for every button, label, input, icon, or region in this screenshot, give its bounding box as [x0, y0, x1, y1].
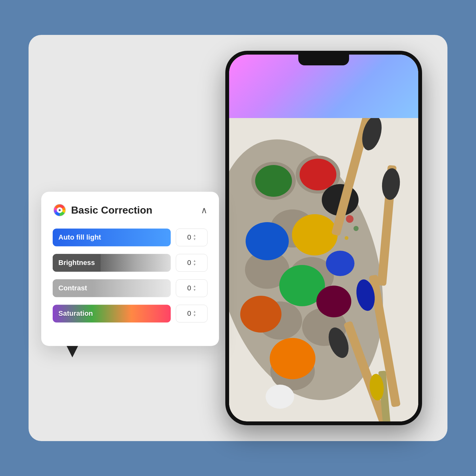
contrast-stepper[interactable]: ▲ ▼ — [193, 285, 196, 292]
svg-point-36 — [59, 209, 61, 211]
svg-point-18 — [316, 286, 351, 317]
svg-point-17 — [270, 338, 315, 379]
contrast-gradient — [93, 279, 171, 297]
svg-point-31 — [346, 215, 354, 223]
phone-image-area — [229, 118, 418, 421]
auto-fill-light-row: Auto fill light 0 ▲ ▼ — [53, 228, 208, 246]
increment-arrow[interactable]: ▲ — [193, 234, 196, 237]
svg-point-20 — [266, 385, 294, 409]
svg-point-16 — [240, 296, 281, 333]
contrast-slider[interactable]: Contrast — [53, 279, 171, 297]
brightness-stepper[interactable]: ▲ ▼ — [193, 259, 196, 266]
auto-fill-light-value: 0 — [187, 233, 191, 241]
saturation-label: Saturation — [58, 309, 93, 318]
auto-fill-light-label: Auto fill light — [58, 233, 101, 241]
auto-fill-light-slider[interactable]: Auto fill light — [53, 228, 171, 246]
panel-title: Basic Correction — [71, 204, 152, 216]
svg-point-19 — [326, 251, 354, 276]
auto-fill-light-stepper[interactable]: ▲ ▼ — [193, 234, 196, 241]
panel-cursor — [67, 346, 78, 357]
panel-header: Basic Correction ∧ — [53, 203, 208, 217]
brightness-row: Brightness 0 ▲ ▼ — [53, 254, 208, 272]
brightness-label-section: Brightness — [53, 254, 101, 272]
auto-fill-light-input[interactable]: 0 ▲ ▼ — [176, 228, 208, 246]
brightness-label: Brightness — [58, 259, 95, 267]
brightness-value: 0 — [187, 259, 191, 267]
brightness-slider[interactable]: Brightness — [53, 254, 171, 272]
contrast-input[interactable]: 0 ▲ ▼ — [176, 279, 208, 297]
increment-arrow[interactable]: ▲ — [193, 310, 196, 313]
phone-notch — [298, 55, 349, 65]
svg-point-33 — [345, 236, 348, 240]
decrement-arrow[interactable]: ▼ — [193, 314, 196, 317]
contrast-label: Contrast — [58, 284, 87, 292]
contrast-value: 0 — [187, 284, 191, 292]
saturation-row: Saturation 0 ▲ ▼ — [53, 305, 208, 322]
contrast-row: Contrast 0 ▲ ▼ — [53, 279, 208, 297]
decrement-arrow[interactable]: ▼ — [193, 263, 196, 266]
increment-arrow[interactable]: ▲ — [193, 259, 196, 262]
phone-screen — [229, 55, 418, 421]
decrement-arrow[interactable]: ▼ — [193, 238, 196, 241]
decrement-arrow[interactable]: ▼ — [193, 288, 196, 292]
svg-point-32 — [354, 226, 359, 231]
saturation-stepper[interactable]: ▲ ▼ — [193, 310, 196, 317]
saturation-slider[interactable]: Saturation — [53, 305, 171, 322]
phone-mockup — [225, 51, 422, 425]
panel-title-group: Basic Correction — [53, 203, 152, 217]
contrast-label-section: Contrast — [53, 279, 93, 297]
main-card: Basic Correction ∧ Auto fill light 0 ▲ ▼… — [29, 35, 447, 441]
increment-arrow[interactable]: ▲ — [193, 285, 196, 288]
saturation-input[interactable]: 0 ▲ ▼ — [176, 305, 208, 322]
brightness-gradient — [101, 254, 171, 272]
svg-point-10 — [255, 165, 292, 197]
svg-point-11 — [300, 159, 336, 190]
brightness-input[interactable]: 0 ▲ ▼ — [176, 254, 208, 272]
color-wheel-icon — [53, 203, 67, 217]
saturation-value: 0 — [187, 309, 191, 318]
svg-point-14 — [292, 214, 338, 255]
collapse-button[interactable]: ∧ — [201, 205, 208, 215]
correction-panel: Basic Correction ∧ Auto fill light 0 ▲ ▼… — [41, 192, 219, 346]
svg-point-13 — [246, 222, 289, 260]
